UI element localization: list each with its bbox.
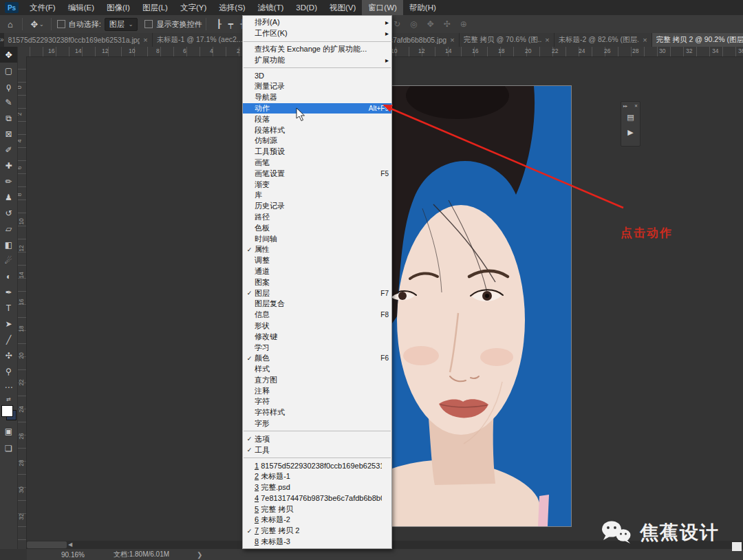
dodge-tool[interactable]: ◐ [0, 268, 17, 284]
menubar-item-5[interactable]: 选择(S) [213, 0, 251, 15]
align-left-edges-icon[interactable]: ┠ [216, 19, 221, 29]
window-menu-item-24[interactable]: 通道 [243, 266, 391, 277]
line-tool[interactable]: ╱ [0, 332, 17, 347]
show-transform-checkbox[interactable] [144, 20, 153, 28]
window-menu-item-50[interactable]: 8 未标题-3 [243, 537, 391, 548]
swap-colors-icon[interactable]: ⇄ [6, 396, 11, 402]
history-panel-icon[interactable]: ▤ [623, 109, 639, 125]
window-menu-item-38[interactable]: 字形 [243, 418, 391, 429]
zoom-tool[interactable]: ⚲ [0, 363, 17, 379]
3d-scale-icon[interactable]: ⊕ [460, 19, 467, 29]
window-menu-item-36[interactable]: 字符 [243, 396, 391, 407]
window-menu-item-9[interactable]: 动作Alt+F9 [243, 103, 391, 114]
marquee-tool[interactable]: ▢ [0, 63, 17, 78]
expand-dock-icon[interactable]: ▸▸ [623, 103, 627, 108]
scrollbar-thumb[interactable] [27, 541, 67, 548]
v-ruler[interactable]: 02468101214161820222426283032 [17, 56, 27, 549]
window-menu-item-17[interactable]: 库 [243, 190, 391, 201]
brush-tool[interactable]: ✏ [0, 173, 17, 189]
window-menu-item-44[interactable]: 2 未标题-1 [243, 471, 391, 482]
window-menu-item-33[interactable]: 样式 [243, 364, 391, 375]
window-menu-item-15[interactable]: 画笔设置F5 [243, 168, 391, 179]
quick-selection-tool[interactable]: ✎ [0, 94, 17, 110]
gradient-tool[interactable]: ◧ [0, 237, 17, 252]
window-menu-item-18[interactable]: 历史记录 [243, 201, 391, 212]
window-menu-item-26[interactable]: ✓图层F7 [243, 288, 391, 299]
3d-slide-icon[interactable]: ✣ [444, 19, 451, 29]
window-menu-item-48[interactable]: 6 未标题-2 [243, 515, 391, 526]
path-selection-tool[interactable]: ➤ [0, 316, 17, 332]
menubar-item-6[interactable]: 滤镜(T) [252, 0, 290, 15]
foreground-color-swatch[interactable] [1, 405, 13, 417]
window-menu-item-0[interactable]: 排列(A)▸ [243, 17, 391, 28]
crop-tool[interactable]: ⧉ [0, 110, 17, 126]
menubar-item-8[interactable]: 视图(V) [323, 0, 362, 15]
document-tab-4[interactable]: 未标题-2 @ 82.6% (图层...× [554, 33, 652, 47]
window-menu-item-4[interactable]: 扩展功能▸ [243, 54, 391, 65]
menubar-item-7[interactable]: 3D(D) [290, 0, 323, 15]
type-tool[interactable]: T [0, 300, 17, 316]
menubar-item-9[interactable]: 窗口(W) [362, 0, 403, 15]
window-menu-item-7[interactable]: 测量记录 [243, 81, 391, 92]
screen-mode-button[interactable]: ❏ [0, 440, 17, 456]
close-tab-icon[interactable]: × [545, 36, 549, 44]
close-icon[interactable]: ✕ [634, 103, 638, 108]
3d-roll-icon[interactable]: ◎ [410, 19, 417, 29]
window-menu-item-23[interactable]: 调整 [243, 255, 391, 266]
window-menu-item-28[interactable]: 信息F8 [243, 310, 391, 321]
auto-select-dropdown[interactable]: 图层 ⌄ [105, 18, 138, 31]
menubar-item-2[interactable]: 图像(I) [100, 0, 136, 15]
window-menu-item-19[interactable]: 路径 [243, 212, 391, 223]
close-tab-icon[interactable]: × [143, 36, 147, 44]
quick-mask-button[interactable]: ▣ [0, 423, 17, 439]
history-brush-tool[interactable]: ↺ [0, 205, 17, 221]
window-menu-item-30[interactable]: 修改键 [243, 331, 391, 342]
window-menu-item-13[interactable]: 工具预设 [243, 147, 391, 158]
window-menu-item-21[interactable]: 时间轴 [243, 233, 391, 244]
window-menu-item-40[interactable]: ✓选项 [243, 433, 391, 444]
window-menu-item-11[interactable]: 段落样式 [243, 125, 391, 136]
document-canvas[interactable] [392, 86, 571, 526]
zoom-level[interactable]: 90.16% [61, 551, 85, 559]
smudge-tool[interactable]: ☄ [0, 252, 17, 268]
window-menu-item-27[interactable]: 图层复合 [243, 299, 391, 310]
window-menu-item-25[interactable]: 图案 [243, 277, 391, 288]
window-menu-item-3[interactable]: 查找有关 Exchange 的扩展功能... [243, 44, 391, 55]
window-menu-item-22[interactable]: ✓属性 [243, 244, 391, 255]
scroll-left-icon[interactable]: ◀ [68, 541, 72, 549]
window-menu-item-37[interactable]: 字符样式 [243, 407, 391, 418]
status-menu-chevron-icon[interactable]: ❯ [197, 551, 202, 559]
window-menu-item-46[interactable]: 4 7e813174476b9873be6c7afdb6b8b05.jpg [243, 493, 391, 504]
edit-toolbar-button[interactable]: ⋯ [0, 379, 17, 395]
move-tool[interactable]: ✥ [0, 47, 17, 63]
hand-tool[interactable]: ✣ [0, 347, 17, 363]
window-menu-item-14[interactable]: 画笔 [243, 158, 391, 169]
document-tab-3[interactable]: 完整 拷贝 @ 70.6% (图...× [460, 33, 554, 47]
chevron-down-icon[interactable]: ⌄ [39, 21, 44, 28]
window-menu-item-32[interactable]: ✓颜色F6 [243, 353, 391, 364]
menubar-item-0[interactable]: 文件(F) [23, 0, 62, 15]
menubar-item-1[interactable]: 编辑(E) [62, 0, 100, 15]
close-tab-icon[interactable]: × [450, 36, 454, 44]
3d-drag-icon[interactable]: ✥ [427, 19, 434, 29]
window-menu-item-16[interactable]: 渐变 [243, 179, 391, 190]
clone-stamp-tool[interactable]: ♟ [0, 189, 17, 205]
eraser-tool[interactable]: ▱ [0, 221, 17, 237]
frame-tool[interactable]: ⊠ [0, 126, 17, 142]
pen-tool[interactable]: ✒ [0, 284, 17, 300]
window-menu-item-12[interactable]: 仿制源 [243, 136, 391, 147]
close-tab-icon[interactable]: × [643, 36, 647, 44]
menubar-item-10[interactable]: 帮助(H) [403, 0, 442, 15]
align-horizontal-centers-icon[interactable]: ┯ [228, 19, 233, 29]
actions-panel-icon[interactable]: ▶ [623, 125, 639, 140]
window-menu-item-20[interactable]: 色板 [243, 222, 391, 233]
window-menu-item-47[interactable]: 5 完整 拷贝 [243, 504, 391, 515]
window-menu-item-6[interactable]: 3D [243, 70, 391, 81]
document-tab-5[interactable]: 完整 拷贝 2 @ 90.2% (图层 3, RG [652, 33, 743, 47]
spot-healing-brush-tool[interactable]: ✚ [0, 158, 17, 173]
window-menu-item-1[interactable]: 工作区(K)▸ [243, 28, 391, 39]
window-menu-item-49[interactable]: ✓7 完整 拷贝 2 [243, 526, 391, 537]
window-menu-item-34[interactable]: 直方图 [243, 375, 391, 386]
window-menu-item-45[interactable]: 3 完整.psd [243, 482, 391, 493]
window-menu-item-10[interactable]: 段落 [243, 114, 391, 125]
